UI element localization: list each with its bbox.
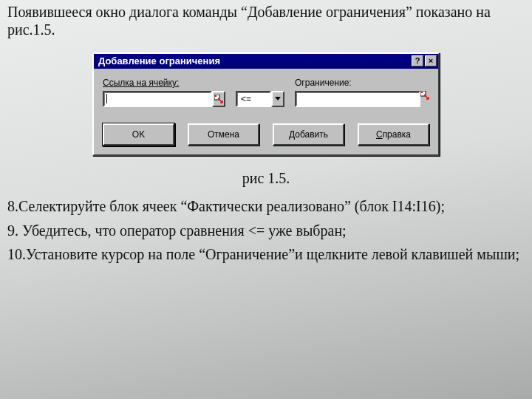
figure-caption: рис 1.5. — [7, 169, 525, 187]
help-button[interactable]: Справка — [358, 123, 429, 146]
cellref-label: Ссылка на ячейку: — [103, 78, 179, 88]
help-icon[interactable]: ? — [412, 55, 423, 66]
add-constraint-dialog: Добавление ограничения ? × Ссылка на яче… — [92, 52, 440, 156]
step-9: 9. Убедитесь, что оператор сравнения <= … — [7, 222, 525, 239]
intro-paragraph: Появившееся окно диалога команды “Добавл… — [7, 3, 525, 39]
ok-button[interactable]: OK — [103, 123, 174, 146]
operator-value: <= — [236, 91, 271, 107]
svg-rect-1 — [215, 95, 216, 97]
constraint-label: Ограничение: — [295, 78, 352, 88]
text-cursor — [106, 94, 107, 103]
dialog-title: Добавление ограничения — [98, 55, 410, 66]
chevron-down-icon[interactable] — [271, 91, 284, 107]
close-icon[interactable]: × — [425, 55, 437, 66]
range-picker-icon[interactable] — [420, 91, 429, 107]
cellref-input[interactable] — [103, 91, 212, 107]
dialog-titlebar: Добавление ограничения ? × — [94, 54, 438, 69]
range-picker-icon[interactable] — [212, 91, 225, 107]
step-8: 8.Селектируйте блок ячеек “Фактически ре… — [7, 197, 525, 215]
step-10: 10.Установите курсор на поле “Ограничени… — [7, 245, 525, 263]
constraint-input[interactable] — [295, 91, 420, 107]
svg-rect-3 — [421, 92, 423, 93]
operator-select[interactable]: <= — [236, 91, 284, 107]
add-button[interactable]: Добавить — [273, 123, 344, 146]
cancel-button[interactable]: Отмена — [188, 123, 259, 146]
